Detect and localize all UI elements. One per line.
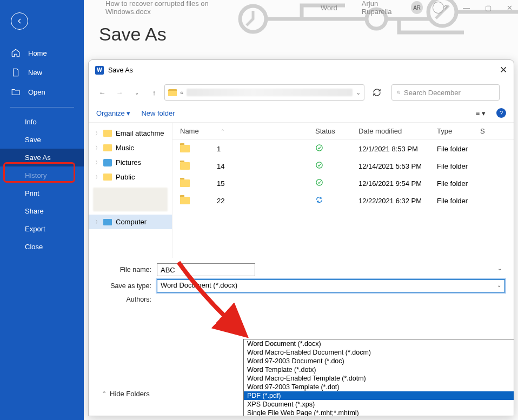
sidebar-item-info[interactable]: Info [0, 113, 84, 131]
file-row[interactable]: 1412/14/2021 5:53 PMFile folder [172, 157, 514, 175]
sidebar-label-open: Open [28, 88, 45, 96]
file-date: 12/1/2021 8:53 PM [358, 145, 437, 153]
column-status[interactable]: Status [315, 127, 335, 135]
folder-icon [180, 162, 190, 170]
save-type-dropdown[interactable]: Word Document (*.docx)Word Macro-Enabled… [243, 339, 514, 416]
sidebar-item-open[interactable]: Open [0, 82, 84, 102]
folder-icon [180, 179, 190, 187]
word-icon: W [95, 66, 104, 75]
save-as-dialog: W Save As ✕ ← → ⌄ ↑ « ⌄ [88, 59, 514, 416]
dialog-title-bar: W Save As ✕ [89, 60, 514, 80]
type-option[interactable]: Word Document (*.docx) [244, 339, 514, 348]
type-option[interactable]: Word Macro-Enabled Template (*.dotm) [244, 374, 514, 383]
type-option[interactable]: Word Template (*.dotx) [244, 365, 514, 374]
sidebar-item-share[interactable]: Share [0, 202, 84, 220]
open-folder-icon [11, 87, 21, 97]
column-type[interactable]: Type [437, 127, 452, 135]
search-box[interactable] [391, 84, 500, 101]
app-name: Word [321, 4, 337, 12]
sidebar-item-home[interactable]: Home [0, 43, 84, 63]
save-type-label: Save as type: [97, 282, 157, 290]
status-ok-icon [315, 178, 323, 186]
type-option[interactable]: Word 97-2003 Template (*.dot) [244, 383, 514, 391]
tree-item-public[interactable]: 〉Public [89, 170, 172, 184]
column-date[interactable]: Date modified [358, 127, 402, 135]
file-type: File folder [437, 162, 480, 170]
nav-up-button[interactable]: ↑ [147, 85, 161, 99]
new-doc-icon [11, 68, 21, 77]
sidebar-item-save[interactable]: Save [0, 131, 84, 149]
file-name-dropdown-icon[interactable]: ⌄ [497, 265, 502, 271]
svg-point-3 [397, 91, 399, 93]
backstage-sidebar: Home New Open Info Save Save As History … [0, 0, 84, 420]
user-avatar[interactable]: AR [411, 1, 423, 14]
file-name: 22 [217, 197, 224, 205]
minimize-button[interactable]: — [463, 4, 470, 12]
file-row[interactable]: 1512/16/2021 9:54 PMFile folder [172, 175, 514, 192]
sidebar-item-export[interactable]: Export [0, 220, 84, 238]
help-icon[interactable]: ? [496, 108, 506, 118]
type-option[interactable]: Single File Web Page (*.mht;*.mhtml) [244, 409, 514, 416]
folder-icon [168, 89, 177, 96]
save-type-select[interactable]: Word Document (*.docx) ⌄ [157, 279, 505, 292]
tree-item-music[interactable]: 〉Music [89, 141, 172, 155]
search-icon [396, 89, 401, 96]
folder-icon [180, 197, 190, 204]
sidebar-item-new[interactable]: New [0, 63, 84, 82]
view-options-button[interactable]: ≡ ▾ [476, 109, 486, 117]
svg-point-4 [316, 145, 322, 151]
dialog-close-button[interactable]: ✕ [500, 64, 507, 76]
tree-item-pictures[interactable]: 〉Pictures [89, 155, 172, 170]
column-size[interactable]: S [480, 127, 485, 135]
folder-icon [103, 174, 112, 181]
file-row[interactable]: 2212/22/2021 6:32 PMFile folder [172, 192, 514, 209]
refresh-button[interactable] [370, 85, 384, 99]
hide-folders-button[interactable]: ⌃ Hide Folders [102, 390, 150, 398]
sidebar-item-history: History [0, 166, 84, 184]
sidebar-item-save-as[interactable]: Save As [0, 149, 84, 166]
navigation-row: ← → ⌄ ↑ « ⌄ [89, 80, 514, 105]
help-button[interactable]: ? [444, 4, 448, 12]
maximize-button[interactable]: ▢ [485, 4, 492, 12]
tree-item-computer[interactable]: 〉Computer [89, 215, 172, 229]
file-type: File folder [437, 197, 480, 205]
chevron-up-icon: ⌃ [102, 390, 107, 397]
window-close-button[interactable]: ✕ [507, 4, 513, 12]
nav-history-dropdown[interactable]: ⌄ [130, 85, 144, 99]
back-button[interactable] [11, 12, 28, 30]
status-sync-icon [315, 196, 323, 204]
file-list: Name⌃ Status Date modified Type S 112/1/… [172, 123, 514, 258]
breadcrumb-bar[interactable]: « ⌄ [164, 84, 364, 101]
file-name: 14 [217, 162, 224, 170]
file-row[interactable]: 112/1/2021 8:53 PMFile folder [172, 140, 514, 157]
nav-back-button[interactable]: ← [95, 85, 109, 99]
file-list-header[interactable]: Name⌃ Status Date modified Type S [172, 123, 514, 140]
search-input[interactable] [404, 89, 495, 97]
file-name: 15 [217, 179, 224, 188]
sidebar-label-home: Home [28, 49, 47, 57]
chevron-down-icon: ⌄ [497, 282, 501, 288]
word-title-bar: How to recover corrupted files on Window… [105, 2, 513, 14]
new-folder-button[interactable]: New folder [141, 109, 175, 117]
type-option[interactable]: XPS Document (*.xps) [244, 400, 514, 409]
dialog-title: Save As [108, 66, 133, 74]
feedback-icon[interactable] [433, 2, 444, 14]
type-option[interactable]: Word Macro-Enabled Document (*.docm) [244, 348, 514, 357]
file-name-input[interactable] [157, 263, 255, 276]
home-icon [11, 48, 21, 58]
type-option[interactable]: Word 97-2003 Document (*.doc) [244, 357, 514, 365]
organize-button[interactable]: Organize ▾ [96, 109, 130, 117]
sidebar-item-close[interactable]: Close [0, 238, 84, 256]
folder-icon [180, 145, 190, 152]
sidebar-divider [10, 107, 74, 108]
sidebar-item-print[interactable]: Print [0, 184, 84, 202]
type-option[interactable]: PDF (*.pdf) [244, 391, 514, 400]
status-ok-icon [315, 144, 323, 152]
tree-item-email[interactable]: 〉Email attachme [89, 126, 172, 141]
column-name[interactable]: Name [180, 127, 199, 135]
file-date: 12/14/2021 5:53 PM [358, 162, 437, 170]
folder-icon [103, 130, 112, 137]
folder-tree: 〉Email attachme 〉Music 〉Pictures 〉Public… [89, 123, 172, 258]
breadcrumb-dropdown-icon[interactable]: ⌄ [356, 89, 361, 96]
nav-forward-button[interactable]: → [112, 85, 127, 99]
